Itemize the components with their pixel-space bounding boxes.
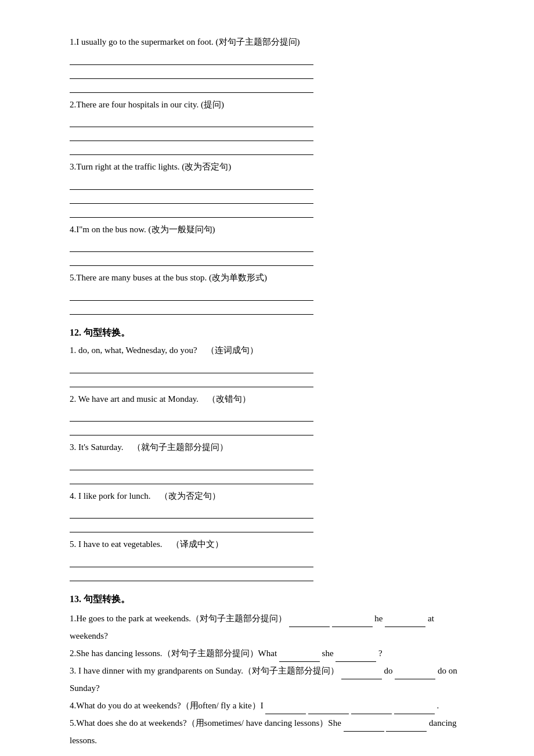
section-12-title: 12. 句型转换。 bbox=[70, 325, 464, 340]
section13-q3-text: 3. I have dinner with my grandparents on… bbox=[70, 666, 339, 675]
blank-1a bbox=[289, 617, 330, 627]
answer-line bbox=[70, 191, 313, 204]
question-1-text: 1.I usually go to the supermarket on foo… bbox=[70, 35, 464, 50]
answer-line bbox=[70, 409, 313, 422]
section13-q2: 2.She has dancing lessons.（对句子主题部分提问）Wha… bbox=[70, 645, 464, 662]
answer-line bbox=[70, 375, 313, 387]
section12-q3-lines bbox=[70, 458, 464, 484]
question-2-text: 2.There are four hospitals in our city. … bbox=[70, 98, 464, 113]
section12-q4-lines bbox=[70, 506, 464, 532]
question-3-block: 3.Turn right at the traffic lights. (改为否… bbox=[70, 160, 464, 218]
blank-2b bbox=[335, 651, 376, 662]
question-4-answer-lines bbox=[70, 239, 464, 266]
question-1-answer-lines bbox=[70, 52, 464, 93]
section13-q1-he: he bbox=[374, 614, 383, 623]
section13-q4-end: . bbox=[436, 701, 439, 710]
section12-q5-text: 5. I have to eat vegetables. （译成中文） bbox=[70, 537, 464, 552]
answer-line bbox=[70, 177, 313, 190]
answer-line bbox=[70, 568, 313, 581]
section12-q1-block: 1. do, on, what, Wednesday, do you? （连词成… bbox=[70, 343, 464, 387]
answer-line bbox=[70, 361, 313, 373]
question-5-answer-lines bbox=[70, 288, 464, 315]
answer-line bbox=[70, 520, 313, 532]
blank-4a bbox=[265, 704, 306, 714]
answer-line bbox=[70, 555, 313, 567]
blank-4b bbox=[308, 704, 349, 714]
answer-line bbox=[70, 471, 313, 484]
section13-q4-text: 4.What do you do at weekends?（用often/ fl… bbox=[70, 701, 264, 710]
question-4-block: 4.I"m on the bus now. (改为一般疑问句) bbox=[70, 222, 464, 267]
blank-1b bbox=[332, 617, 373, 627]
section13-q1-text: 1.He goes to the park at weekends.（对句子主题… bbox=[70, 614, 287, 623]
answer-line bbox=[70, 114, 313, 127]
question-3-text: 3.Turn right at the traffic lights. (改为否… bbox=[70, 160, 464, 175]
question-2-block: 2.There are four hospitals in our city. … bbox=[70, 98, 464, 156]
section12-q2-text: 2. We have art and music at Monday. （改错句… bbox=[70, 392, 464, 407]
question-5-block: 5.There are many buses at the bus stop. … bbox=[70, 271, 464, 315]
answer-line bbox=[70, 80, 313, 93]
section12-q1-text: 1. do, on, what, Wednesday, do you? （连词成… bbox=[70, 343, 464, 358]
blank-5a bbox=[344, 721, 384, 732]
section13-q5: 5.What does she do at weekends?（用sometim… bbox=[70, 714, 464, 749]
section-13-title: 13. 句型转换。 bbox=[70, 592, 464, 607]
section12-q1-lines bbox=[70, 361, 464, 387]
section12-q2-lines bbox=[70, 409, 464, 435]
answer-line bbox=[70, 128, 313, 141]
section12-q4-text: 4. I like pork for lunch. （改为否定句） bbox=[70, 489, 464, 504]
blank-1c bbox=[385, 617, 425, 627]
section13-q2-text: 2.She has dancing lessons.（对句子主题部分提问）Wha… bbox=[70, 649, 277, 658]
blank-5b bbox=[386, 721, 427, 732]
answer-line bbox=[70, 423, 313, 435]
section13-q5-text: 5.What does she do at weekends?（用sometim… bbox=[70, 718, 341, 728]
section12-q3-block: 3. It's Saturday. （就句子主题部分提问） bbox=[70, 440, 464, 484]
answer-line bbox=[70, 302, 313, 315]
section12-q4-block: 4. I like pork for lunch. （改为否定句） bbox=[70, 489, 464, 533]
question-3-answer-lines bbox=[70, 177, 464, 218]
section13-q2-she: she bbox=[322, 649, 334, 658]
answer-line bbox=[70, 142, 313, 155]
section13-q1: 1.He goes to the park at weekends.（对句子主题… bbox=[70, 610, 464, 645]
answer-line bbox=[70, 458, 313, 470]
question-2-answer-lines bbox=[70, 114, 464, 155]
section13-q3-do: do bbox=[384, 666, 392, 675]
section12-q5-block: 5. I have to eat vegetables. （译成中文） bbox=[70, 537, 464, 581]
answer-line bbox=[70, 253, 313, 266]
section12-q2-block: 2. We have art and music at Monday. （改错句… bbox=[70, 392, 464, 436]
answer-line bbox=[70, 288, 313, 301]
blank-4d bbox=[394, 704, 435, 714]
answer-line bbox=[70, 52, 313, 65]
section13-q2-end: ? bbox=[378, 649, 383, 658]
question-1-block: 1.I usually go to the supermarket on foo… bbox=[70, 35, 464, 93]
blank-3b bbox=[395, 669, 435, 679]
blank-2a bbox=[279, 651, 320, 662]
section12-q5-lines bbox=[70, 555, 464, 581]
answer-line bbox=[70, 66, 313, 79]
answer-line bbox=[70, 205, 313, 218]
blank-4c bbox=[351, 704, 392, 714]
section13-q4: 4.What do you do at weekends?（用often/ fl… bbox=[70, 697, 464, 714]
section13-q3: 3. I have dinner with my grandparents on… bbox=[70, 662, 464, 697]
section13-content: 1.He goes to the park at weekends.（对句子主题… bbox=[70, 610, 464, 749]
question-5-text: 5.There are many buses at the bus stop. … bbox=[70, 271, 464, 286]
question-4-text: 4.I"m on the bus now. (改为一般疑问句) bbox=[70, 222, 464, 237]
answer-line bbox=[70, 239, 313, 252]
answer-line bbox=[70, 506, 313, 519]
blank-3a bbox=[341, 669, 382, 679]
section12-q3-text: 3. It's Saturday. （就句子主题部分提问） bbox=[70, 440, 464, 455]
